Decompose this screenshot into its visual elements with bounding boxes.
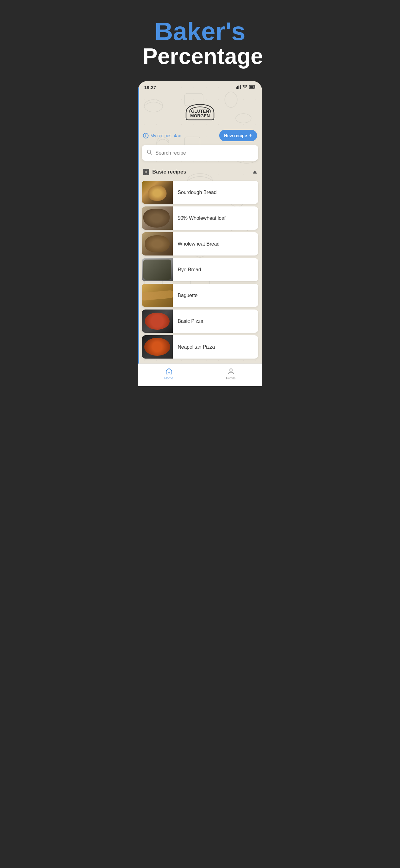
recipe-item-baguette[interactable]: Baguette xyxy=(142,284,258,307)
main-content: i My recipes: 4/∞ New recipe + xyxy=(138,130,262,386)
recipe-image-basic-pizza xyxy=(142,310,173,333)
logo-section: GLUTEN MORGEN xyxy=(138,93,262,130)
new-recipe-button[interactable]: New recipe + xyxy=(219,130,257,141)
title-percentage: Percentage xyxy=(143,44,257,69)
svg-text:MORGEN: MORGEN xyxy=(190,113,210,118)
recipe-image-rye xyxy=(142,258,173,281)
recipes-header: i My recipes: 4/∞ New recipe + xyxy=(142,130,258,141)
phone-frame: 19:27 GLUTEN MORGEN xyxy=(138,81,262,386)
status-bar: 19:27 xyxy=(138,81,262,93)
wifi-icon xyxy=(242,85,247,90)
svg-rect-16 xyxy=(236,87,237,89)
svg-rect-17 xyxy=(237,86,238,89)
info-icon[interactable]: i xyxy=(143,133,148,138)
new-recipe-label: New recipe xyxy=(224,133,247,138)
svg-rect-18 xyxy=(238,86,239,89)
recipe-name-basic-pizza: Basic Pizza xyxy=(173,318,258,324)
grid-icon xyxy=(143,169,149,175)
recipe-item-wholewheat[interactable]: Wholewheat Bread xyxy=(142,232,258,255)
recipe-item-sourdough[interactable]: Sourdough Bread xyxy=(142,181,258,204)
my-recipes-text: My recipes: 4/∞ xyxy=(151,133,180,138)
battery-icon xyxy=(249,85,256,90)
recipe-image-sourdough xyxy=(142,181,173,204)
bottom-nav: Home Profile xyxy=(138,364,262,386)
recipe-name-neapolitan: Neapolitan Pizza xyxy=(173,344,258,350)
nav-home[interactable]: Home xyxy=(164,368,173,380)
logo-image: GLUTEN MORGEN xyxy=(181,96,219,124)
app-header: Baker's Percentage xyxy=(133,0,267,78)
recipe-name-wholewheat: Wholewheat Bread xyxy=(173,241,258,247)
profile-icon xyxy=(227,368,235,375)
search-bar[interactable] xyxy=(142,145,258,161)
recipe-list: Sourdough Bread 50% Wholewheat loaf Whol… xyxy=(142,181,258,359)
recipe-item-neapolitan[interactable]: Neapolitan Pizza xyxy=(142,335,258,359)
home-icon xyxy=(165,368,173,375)
recipe-name-sourdough: Sourdough Bread xyxy=(173,190,258,195)
my-recipes-label: i My recipes: 4/∞ xyxy=(143,133,180,138)
nav-profile[interactable]: Profile xyxy=(226,368,236,380)
title-baker: Baker's xyxy=(143,19,257,44)
status-time: 19:27 xyxy=(144,85,156,90)
recipe-name-rye: Rye Bread xyxy=(173,267,258,273)
section-title: Basic recipes xyxy=(152,169,186,175)
recipe-name-wholewheat50: 50% Wholewheat loaf xyxy=(173,215,258,221)
recipe-item-basic-pizza[interactable]: Basic Pizza xyxy=(142,310,258,333)
search-icon xyxy=(147,149,152,156)
nav-profile-label: Profile xyxy=(226,376,236,380)
svg-point-25 xyxy=(230,369,232,371)
status-icons xyxy=(236,85,256,90)
recipe-image-neapolitan xyxy=(142,335,173,359)
svg-rect-21 xyxy=(249,86,254,88)
recipe-image-wholewheat xyxy=(142,232,173,255)
nav-home-label: Home xyxy=(164,376,173,380)
signal-icon xyxy=(236,85,241,90)
section-title-wrap: Basic recipes xyxy=(143,169,186,175)
svg-rect-19 xyxy=(240,85,241,89)
recipe-name-baguette: Baguette xyxy=(173,293,258,298)
recipe-image-baguette xyxy=(142,284,173,307)
chevron-up-icon[interactable] xyxy=(253,170,257,174)
svg-text:GLUTEN: GLUTEN xyxy=(191,108,209,114)
search-input[interactable] xyxy=(155,150,253,156)
recipe-item-wholewheat50[interactable]: 50% Wholewheat loaf xyxy=(142,207,258,230)
recipe-image-wholewheat50 xyxy=(142,207,173,230)
basic-recipes-section: Basic recipes Sourdough Bread 50% Wholew… xyxy=(142,166,258,359)
section-header: Basic recipes xyxy=(142,166,258,178)
new-recipe-plus-icon: + xyxy=(249,132,252,139)
recipe-item-rye[interactable]: Rye Bread xyxy=(142,258,258,281)
